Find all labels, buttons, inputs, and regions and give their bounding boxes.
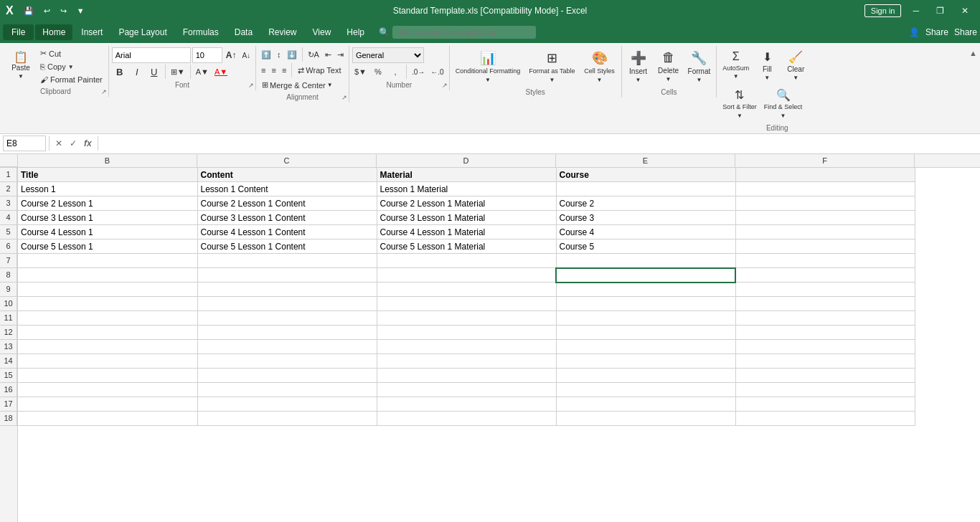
- cell[interactable]: [377, 268, 556, 283]
- cell[interactable]: Material: [377, 168, 556, 182]
- insert-function-button[interactable]: fx: [81, 137, 95, 150]
- col-header-E[interactable]: E: [556, 154, 735, 167]
- align-bottom-button[interactable]: ⬇️: [285, 49, 299, 61]
- font-size-input[interactable]: 10: [192, 47, 222, 63]
- cell[interactable]: [735, 340, 915, 354]
- cell[interactable]: Course 2 Lesson 1: [18, 196, 197, 211]
- cell[interactable]: Course 4 Lesson 1 Content: [197, 225, 377, 239]
- cell[interactable]: Course 2: [556, 196, 735, 211]
- cell[interactable]: [377, 412, 556, 426]
- col-header-B[interactable]: B: [18, 154, 197, 167]
- cell[interactable]: Course 3 Lesson 1 Content: [197, 211, 377, 225]
- cell[interactable]: [556, 268, 735, 283]
- sign-in-button[interactable]: Sign in: [864, 4, 902, 17]
- cell[interactable]: Course 4 Lesson 1: [18, 225, 197, 239]
- tell-me-input[interactable]: [392, 26, 536, 39]
- row-num-7[interactable]: 7: [0, 254, 17, 268]
- row-num-1[interactable]: 1: [0, 168, 17, 182]
- bold-button[interactable]: B: [112, 65, 128, 79]
- cell[interactable]: Course 3 Lesson 1 Material: [377, 211, 556, 225]
- confirm-formula-button[interactable]: ✓: [67, 137, 80, 150]
- cell[interactable]: [556, 340, 735, 354]
- find-select-button[interactable]: 🔍 Find & Select ▼: [761, 85, 806, 122]
- cell[interactable]: [18, 340, 197, 354]
- cell[interactable]: [735, 326, 915, 340]
- cell[interactable]: [197, 326, 377, 340]
- cell[interactable]: [377, 254, 556, 268]
- increase-decimal-button[interactable]: .0→: [410, 67, 427, 77]
- cell[interactable]: [377, 297, 556, 311]
- menu-insert[interactable]: Insert: [74, 24, 110, 40]
- row-num-9[interactable]: 9: [0, 283, 17, 297]
- increase-font-size-button[interactable]: A↑: [224, 49, 239, 62]
- row-num-8[interactable]: 8: [0, 268, 17, 283]
- cell[interactable]: Course 3: [556, 211, 735, 225]
- cell[interactable]: [18, 369, 197, 383]
- cell[interactable]: [197, 254, 377, 268]
- cell[interactable]: [556, 254, 735, 268]
- redo-button[interactable]: ↪: [57, 5, 70, 17]
- row-num-4[interactable]: 4: [0, 211, 17, 225]
- menu-formulas[interactable]: Formulas: [176, 24, 226, 40]
- sort-filter-button[interactable]: ⇅ Sort & Filter ▼: [720, 85, 760, 122]
- formula-input[interactable]: [101, 137, 977, 150]
- fill-color-button[interactable]: A▼: [194, 66, 211, 77]
- cell[interactable]: [735, 268, 915, 283]
- conditional-formatting-button[interactable]: 📊 Conditional Formatting ▼: [453, 47, 524, 86]
- format-as-table-button[interactable]: ⊞ Format as Table ▼: [526, 47, 578, 86]
- menu-file[interactable]: File: [3, 24, 34, 40]
- insert-button[interactable]: ➕ Insert ▼: [625, 47, 652, 86]
- cancel-formula-button[interactable]: ✕: [52, 137, 65, 150]
- wrap-text-button[interactable]: ⇄ Wrap Text: [295, 65, 344, 77]
- cell[interactable]: [377, 397, 556, 412]
- align-left-button[interactable]: ≡: [259, 65, 268, 76]
- cell[interactable]: [735, 254, 915, 268]
- row-num-18[interactable]: 18: [0, 412, 17, 426]
- copy-button[interactable]: ⎘ Copy ▼: [37, 61, 105, 72]
- cell[interactable]: [18, 412, 197, 426]
- cell[interactable]: [556, 182, 735, 196]
- cell[interactable]: [18, 297, 197, 311]
- cell[interactable]: [377, 369, 556, 383]
- cell[interactable]: [735, 412, 915, 426]
- row-num-11[interactable]: 11: [0, 311, 17, 326]
- cell[interactable]: Course 2 Lesson 1 Content: [197, 196, 377, 211]
- cell[interactable]: [197, 383, 377, 397]
- decrease-font-size-button[interactable]: A↓: [240, 50, 253, 61]
- cell[interactable]: [556, 326, 735, 340]
- indent-decrease-button[interactable]: ⇤: [323, 49, 334, 61]
- undo-button[interactable]: ↩: [41, 5, 53, 17]
- cell[interactable]: [556, 397, 735, 412]
- align-middle-button[interactable]: ↕: [275, 49, 283, 60]
- cell[interactable]: [735, 211, 915, 225]
- fill-button[interactable]: ⬇ Fill ▼: [753, 47, 781, 84]
- cell[interactable]: Content: [197, 168, 377, 182]
- cell[interactable]: [556, 311, 735, 326]
- cell[interactable]: [18, 283, 197, 297]
- comma-button[interactable]: ,: [387, 66, 403, 77]
- grid[interactable]: TitleContentMaterialCourseLesson 1Lesson…: [18, 168, 980, 522]
- row-num-17[interactable]: 17: [0, 397, 17, 412]
- cell[interactable]: [197, 397, 377, 412]
- menu-page-layout[interactable]: Page Layout: [111, 24, 174, 40]
- cell[interactable]: [735, 196, 915, 211]
- row-num-6[interactable]: 6: [0, 239, 17, 254]
- cell[interactable]: Course 4: [556, 225, 735, 239]
- align-center-button[interactable]: ≡: [270, 65, 278, 76]
- row-num-5[interactable]: 5: [0, 225, 17, 239]
- menu-review[interactable]: Review: [261, 24, 303, 40]
- clear-button[interactable]: 🧹 Clear ▼: [782, 47, 809, 84]
- number-format-select[interactable]: General Number Currency Date Text: [352, 47, 424, 63]
- cell[interactable]: [18, 326, 197, 340]
- cell[interactable]: [735, 354, 915, 369]
- cell[interactable]: [556, 383, 735, 397]
- cell[interactable]: [735, 225, 915, 239]
- percent-button[interactable]: %: [370, 66, 386, 77]
- font-color-button[interactable]: A▼: [212, 66, 230, 77]
- cell[interactable]: [377, 311, 556, 326]
- cell[interactable]: [18, 268, 197, 283]
- col-header-D[interactable]: D: [377, 154, 556, 167]
- menu-view[interactable]: View: [306, 24, 339, 40]
- row-num-14[interactable]: 14: [0, 354, 17, 369]
- cell[interactable]: [18, 383, 197, 397]
